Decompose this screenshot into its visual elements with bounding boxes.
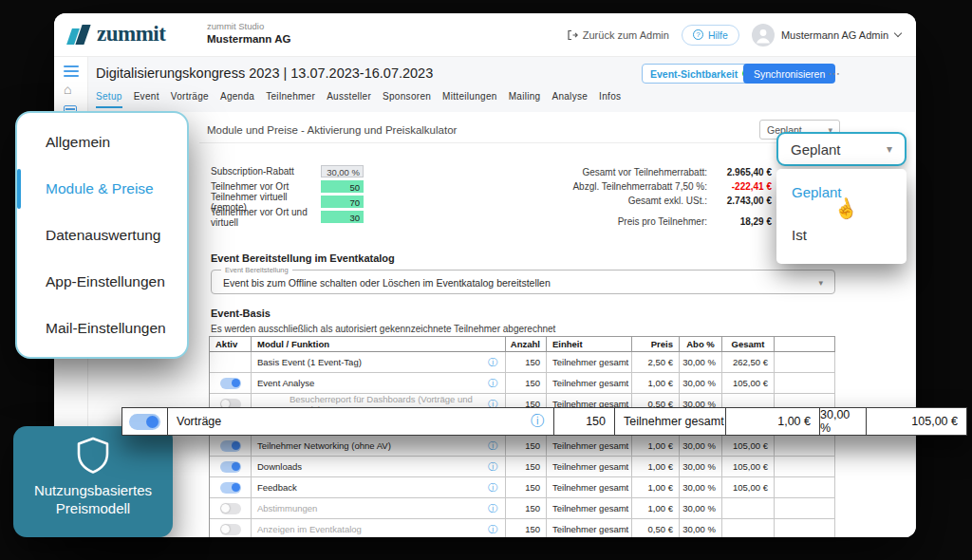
event-basis-note: Es werden ausschließlich als autorisiert…: [211, 324, 555, 334]
info-icon[interactable]: ⓘ: [488, 502, 497, 515]
promo-card: Nutzungsbasiertes Preismodell: [13, 426, 173, 537]
dropdown-option-geplant[interactable]: Geplant: [792, 184, 842, 200]
app-label: zummit Studio: [207, 21, 290, 31]
tab-vortr-ge[interactable]: Vorträge: [171, 91, 209, 108]
help-label: Hilfe: [708, 29, 728, 41]
info-icon[interactable]: ⓘ: [488, 460, 497, 474]
info-icon[interactable]: ⓘ: [488, 356, 497, 369]
preis-cell: 2,50 €: [632, 352, 680, 373]
tab-mailing[interactable]: Mailing: [509, 91, 541, 108]
anzahl-cell: 150: [506, 436, 547, 457]
brand[interactable]: zummit: [67, 22, 165, 47]
gesamt-cell: 105,00 €: [722, 457, 775, 477]
anzahl-cell: 150: [506, 498, 547, 519]
gesamt-cell: [722, 498, 775, 519]
screenshot-canvas: zummit zummit Studio Mustermann AG Zurüc…: [0, 0, 972, 560]
table-row-basis-event-1-event-tag: Basis Event (1 Event-Tag)ⓘ150Teilnehmer …: [210, 352, 835, 373]
modul-cell: Event Analyseⓘ: [252, 373, 506, 394]
menu-icon[interactable]: [64, 65, 79, 80]
abo-cell: 30,00 %: [680, 436, 722, 457]
toggle-event-analyse[interactable]: [220, 378, 241, 389]
col-header-anzahl: Anzahl: [506, 337, 547, 352]
toggle-abstimmungen[interactable]: [220, 503, 241, 514]
sidebar-item-allgemein[interactable]: Allgemein: [17, 121, 187, 163]
calc-field-label: Teilnehmer vor Ort und virtuell: [211, 207, 321, 228]
info-icon[interactable]: ⓘ: [531, 413, 544, 430]
provisioning-select-value: Event bis zum Offline schalten oder Lösc…: [223, 277, 551, 289]
tab-sponsoren[interactable]: Sponsoren: [383, 91, 431, 108]
content-area: Digitalisierungskongress 2023 | 13.07.20…: [88, 57, 916, 537]
vortraege-name-cell: Vorträge ⓘ: [168, 408, 554, 435]
provisioning-select[interactable]: Event Bereitstellung Event bis zum Offli…: [211, 270, 835, 294]
preis-cell: 0,50 €: [632, 519, 680, 537]
summary-label: Preis pro Teilnehmer:: [515, 216, 707, 227]
toggle-downloads[interactable]: [220, 461, 241, 473]
tab-event[interactable]: Event: [134, 91, 159, 108]
einheit-cell: Teilnehmer gesamt: [547, 352, 632, 373]
info-icon[interactable]: ⓘ: [488, 439, 497, 453]
settings-side-menu: AllgemeinModule & PreiseDatenauswertungA…: [15, 111, 189, 359]
table-row-downloads: Downloadsⓘ150Teilnehmer gesamt1,00 €30,0…: [210, 457, 835, 477]
filler-cell: [775, 457, 835, 477]
gesamt-cell: 105,00 €: [722, 373, 775, 394]
aktiv-cell: [210, 498, 252, 519]
synchronize-button[interactable]: Synchronisieren: [743, 64, 835, 84]
teilnehmer-vor-ort-input[interactable]: 50: [321, 180, 364, 193]
summary-label: Gesamt vor Teilnehmerrabatt:: [515, 167, 707, 177]
help-button[interactable]: ? Hilfe: [682, 25, 739, 46]
tab-mitteilungen[interactable]: Mitteilungen: [442, 91, 497, 108]
teilnehmer-virtuell-remote-input[interactable]: 70: [321, 196, 364, 208]
sidebar-item-datenauswertung[interactable]: Datenauswertung: [17, 215, 187, 256]
col-header-modul-funktion: Modul / Funktion: [252, 337, 506, 352]
module-table: AktivModul / FunktionAnzahlEinheitPreisA…: [209, 336, 835, 537]
abo-value: 30,00 %: [820, 408, 867, 435]
gesamt-cell: 105,00 €: [722, 436, 775, 457]
info-icon[interactable]: ⓘ: [488, 377, 497, 390]
filler-cell: [775, 477, 835, 498]
modul-cell: Downloadsⓘ: [252, 457, 506, 477]
chevron-down-icon: ▾: [887, 142, 892, 156]
toggle-feedback[interactable]: [220, 482, 241, 494]
mode-dropdown-panel: ☝ GeplantIst: [776, 169, 907, 264]
more-icon[interactable]: ⋯: [828, 66, 841, 81]
exit-icon: [567, 29, 578, 41]
module-name: Basis Event (1 Event-Tag): [257, 357, 362, 367]
org-name: Mustermann AG: [207, 33, 290, 45]
tab-infos[interactable]: Infos: [599, 91, 621, 108]
modul-cell: Abstimmungenⓘ: [252, 498, 506, 519]
summary-value: 18,29 €: [707, 216, 772, 227]
abo-cell: 30,00 %: [680, 352, 722, 373]
vortraege-toggle[interactable]: [129, 414, 160, 430]
subscription-rabatt-input[interactable]: 30,00 %: [321, 165, 364, 177]
einheit-cell: Teilnehmer gesamt: [547, 498, 632, 519]
calc-field-label: Teilnehmer vor Ort: [211, 181, 321, 192]
back-to-admin-link[interactable]: Zurück zum Admin: [567, 29, 669, 41]
workspace-info: zummit Studio Mustermann AG: [207, 21, 290, 45]
col-header-gesamt: Gesamt: [722, 337, 775, 352]
filler-cell: [775, 498, 835, 519]
tab-analyse[interactable]: Analyse: [551, 91, 588, 108]
tab-agenda[interactable]: Agenda: [220, 91, 254, 108]
tab-aussteller[interactable]: Aussteller: [327, 91, 371, 108]
sidebar-item-mail-einstellungen[interactable]: Mail-Einstellungen: [17, 308, 187, 349]
info-icon[interactable]: ⓘ: [488, 481, 497, 495]
sidebar-item-module-preise[interactable]: Module & Preise: [17, 168, 187, 210]
chevron-down-icon: [894, 29, 902, 37]
toggle-teilnehmer-networking-ohne-av[interactable]: [220, 440, 241, 452]
table-row-anzeigen-im-eventkatalog: Anzeigen im Eventkatalogⓘ150Teilnehmer g…: [210, 519, 835, 537]
table-row-abstimmungen: Abstimmungenⓘ150Teilnehmer gesamt1,00 €3…: [210, 498, 835, 519]
toggle-anzeigen-im-eventkatalog[interactable]: [220, 524, 241, 535]
promo-card-text: Nutzungsbasiertes Preismodell: [34, 481, 152, 517]
tab-setup[interactable]: Setup: [96, 91, 122, 108]
tab-teilnehmer[interactable]: Teilnehmer: [266, 91, 315, 108]
dropdown-option-ist[interactable]: Ist: [792, 227, 807, 243]
home-icon[interactable]: ⌂: [64, 83, 71, 96]
info-icon[interactable]: ⓘ: [488, 523, 497, 536]
module-table-body: Basis Event (1 Event-Tag)ⓘ150Teilnehmer …: [210, 352, 835, 537]
sidebar-item-app-einstellungen[interactable]: App-Einstellungen: [17, 261, 187, 303]
user-menu[interactable]: Mustermann AG Admin: [752, 24, 901, 47]
mode-select-zoomed[interactable]: Geplant ▾: [776, 132, 907, 166]
teilnehmer-vor-ort-und-virtuell-input[interactable]: 30: [321, 211, 364, 223]
anzahl-cell: 150: [506, 457, 547, 477]
aktiv-cell: [210, 373, 252, 394]
